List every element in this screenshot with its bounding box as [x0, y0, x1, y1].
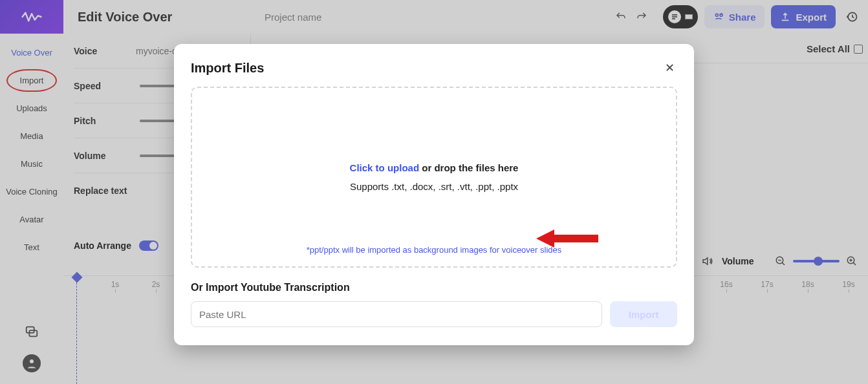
- youtube-import-button[interactable]: Import: [610, 301, 677, 327]
- youtube-url-input[interactable]: [191, 301, 602, 327]
- click-to-upload-link[interactable]: Click to upload: [350, 162, 420, 173]
- drop-zone[interactable]: Click to upload or drop the files here S…: [191, 87, 677, 268]
- modal-overlay[interactable]: Import Files ✕ Click to upload or drop t…: [0, 0, 868, 384]
- dropzone-line1: Click to upload or drop the files here: [350, 162, 519, 173]
- dropzone-suffix: or drop the files here: [419, 162, 518, 173]
- modal-title: Import Files: [191, 61, 264, 76]
- youtube-section-label: Or Import Youtube Transcription: [191, 282, 677, 293]
- import-modal: Import Files ✕ Click to upload or drop t…: [174, 44, 694, 345]
- dropzone-supports: Supports .txt, .docx, .srt, .vtt, .ppt, …: [350, 181, 518, 192]
- dropzone-note: *ppt/pptx will be imported as background…: [307, 245, 562, 255]
- close-icon[interactable]: ✕: [662, 58, 677, 78]
